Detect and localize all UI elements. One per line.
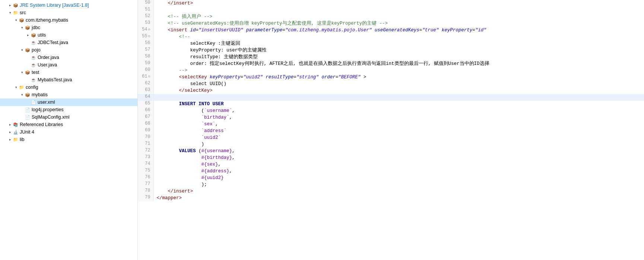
line-number: 78: [138, 188, 153, 195]
line-number: 63: [138, 87, 153, 94]
tree-item-order[interactable]: ☕ Order.java: [0, 54, 137, 61]
arrow-junit: [7, 129, 13, 135]
arrow-mybatis: [19, 92, 25, 97]
icon-ref-libs: 📚: [13, 122, 19, 128]
line-number: 77: [138, 181, 153, 188]
icon-user-xml: 📄: [31, 99, 37, 105]
code-editor[interactable]: 50 </insert>51 52 <!-- 插入用户 -->53 <!-- u…: [138, 0, 644, 260]
line-number: 74: [138, 161, 153, 168]
tree-item-log4j[interactable]: 📄 log4j.properties: [0, 106, 137, 113]
line-number: 54: [138, 27, 153, 34]
line-number: 64: [138, 94, 153, 101]
line-content: (`username`,: [153, 107, 644, 114]
tree-item-junit[interactable]: 🔬 JUnit 4: [0, 128, 137, 136]
label-log4j: log4j.properties: [32, 107, 63, 112]
file-tree[interactable]: 📦 JRE System Library [JavaSE-1.8] 📁 src …: [0, 0, 138, 260]
icon-order: ☕: [31, 54, 37, 60]
icon-jdbc: 📦: [25, 25, 31, 31]
line-content: [153, 7, 644, 13]
label-mybatistest: MybatisTest.java: [38, 77, 72, 82]
icon-com: 📦: [19, 17, 25, 23]
icon-jdbctest: ☕: [31, 40, 37, 46]
line-content: </selectKey>: [153, 87, 644, 94]
line-content: `sex`,: [153, 121, 644, 128]
tree-item-com[interactable]: 📦 com.itzheng.mybatis: [0, 16, 137, 24]
icon-mybatistest: ☕: [31, 77, 37, 83]
tree-item-ref-libs[interactable]: 📚 Referenced Libraries: [0, 121, 137, 128]
line-number: 75: [138, 168, 153, 175]
label-com: com.itzheng.mybatis: [26, 18, 68, 23]
tree-item-config[interactable]: 📁 config: [0, 84, 137, 91]
line-number: 59: [138, 60, 153, 67]
line-number: 56: [138, 40, 153, 47]
line-number: 60: [138, 67, 153, 74]
icon-lib: 📁: [13, 137, 19, 142]
tree-item-pojo[interactable]: 📦 pojo: [0, 46, 137, 54]
line-content: </mapper>: [153, 195, 644, 201]
tree-item-lib[interactable]: 📁 lib: [0, 136, 137, 143]
line-content: `address`: [153, 128, 644, 134]
line-number: 52: [138, 13, 153, 20]
line-number: 71: [138, 141, 153, 148]
arrow-test: [19, 70, 25, 75]
line-content: ): [153, 141, 644, 148]
tree-item-test[interactable]: 📦 test: [0, 69, 137, 76]
label-mybatis: mybatis: [32, 92, 48, 97]
label-src: src: [20, 10, 26, 15]
arrow-lib: [7, 137, 13, 142]
arrow-pojo: [19, 47, 25, 53]
label-user-java: User.java: [38, 62, 57, 68]
line-number: 73: [138, 154, 153, 161]
line-number: 67: [138, 114, 153, 121]
tree-item-mybatistest[interactable]: ☕ MybatisTest.java: [0, 76, 137, 84]
line-number: 58: [138, 54, 153, 60]
tree-item-src[interactable]: 📁 src: [0, 9, 137, 16]
arrow-jre: [7, 3, 13, 8]
label-test: test: [32, 70, 39, 75]
line-content: #{uuid2}: [153, 175, 644, 181]
arrow-ref-libs: [7, 122, 13, 127]
line-content: INSERT INTO USER: [153, 101, 644, 107]
line-number: 72: [138, 148, 153, 154]
line-content: <!--: [153, 34, 644, 40]
line-content: -->: [153, 67, 644, 74]
line-content: </insert>: [153, 188, 644, 195]
label-user-xml: user.xml: [38, 100, 55, 105]
line-number: 68: [138, 121, 153, 128]
line-content: selectKey :主键返回: [153, 40, 644, 47]
line-number: 57: [138, 47, 153, 54]
code-lines: 50 </insert>51 52 <!-- 插入用户 -->53 <!-- u…: [138, 0, 644, 201]
tree-item-jdbctest[interactable]: ☕ JDBCTest.java: [0, 39, 137, 46]
line-number: 66: [138, 107, 153, 114]
line-number: 55: [138, 34, 153, 40]
label-order: Order.java: [38, 55, 59, 60]
label-jre: JRE System Library [JavaSE-1.8]: [20, 3, 89, 8]
icon-junit: 🔬: [13, 129, 19, 135]
tree-item-utils[interactable]: 📦 utils: [0, 31, 137, 39]
label-junit: JUnit 4: [20, 129, 34, 135]
line-content: #{birthday},: [153, 154, 644, 161]
tree-item-sqlmap[interactable]: 📄 SqlMapConfig.xml: [0, 113, 137, 121]
label-config: config: [26, 85, 38, 90]
line-content: select UUID(): [153, 81, 644, 87]
tree-item-jre[interactable]: 📦 JRE System Library [JavaSE-1.8]: [0, 1, 137, 9]
line-number: 62: [138, 81, 153, 87]
line-content: `uuid2`: [153, 134, 644, 141]
arrow-src: [7, 10, 13, 15]
line-number: 53: [138, 20, 153, 27]
tree-item-jdbc[interactable]: 📦 jdbc: [0, 24, 137, 31]
icon-jre: 📦: [13, 2, 19, 8]
arrow-utils: [25, 32, 31, 38]
tree-item-user-java[interactable]: ☕ User.java: [0, 61, 137, 69]
line-content: <!-- useGeneratedKeys:使用自增 keyProperty与之…: [153, 20, 644, 27]
arrow-config: [13, 85, 19, 90]
icon-config: 📁: [19, 84, 25, 90]
tree-item-mybatis[interactable]: 📦 mybatis: [0, 91, 137, 98]
line-number: 61: [138, 74, 153, 81]
line-content: VALUES (#{username},: [153, 148, 644, 154]
line-number: 70: [138, 134, 153, 141]
icon-pojo: 📦: [25, 47, 31, 53]
line-content: order: 指定selectKey何时执行, AFTER之后, 也就是在插入数…: [153, 60, 644, 67]
tree-item-user-xml[interactable]: 📄 user.xml: [0, 98, 137, 106]
line-content: #{address},: [153, 168, 644, 175]
